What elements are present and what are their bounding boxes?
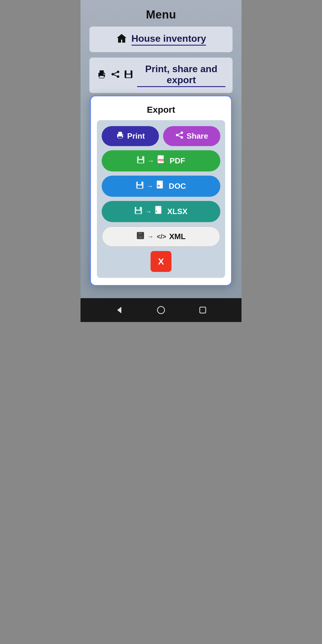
arrow-icon-xml: → [147,233,154,241]
svg-line-22 [177,135,182,137]
print-btn-label: Print [127,131,145,141]
svg-rect-14 [118,132,122,134]
svg-rect-38 [136,207,140,210]
export-modal-title: Export [147,105,175,115]
svg-text:X: X [156,210,157,213]
close-label: X [158,256,164,267]
print-share-row: Print Share [102,126,220,146]
share-btn-label: Share [187,131,208,141]
svg-rect-32 [137,185,142,188]
svg-text:W: W [157,184,160,187]
doc-save-icon [136,181,144,191]
svg-rect-24 [139,156,142,159]
arrow-icon-doc: → [147,182,153,190]
arrow-icon: → [148,157,154,165]
print-button[interactable]: Print [102,126,159,146]
pdf-file-icon: PDF [157,155,167,167]
export-modal-inner: Print Share [97,120,225,278]
svg-point-17 [122,135,123,136]
xml-code-icon: </> [157,233,166,241]
svg-text:PDF: PDF [158,159,164,162]
xlsx-button[interactable]: → X XLSX [102,201,220,222]
share-button[interactable]: Share [163,126,220,146]
svg-rect-39 [136,211,141,213]
pdf-btn-label: PDF [170,156,185,165]
xml-save-icon [137,232,144,242]
svg-line-21 [177,133,182,135]
xlsx-save-icon [134,207,142,216]
svg-rect-25 [138,160,143,163]
pdf-save-icon [137,156,145,166]
doc-btn-label: DOC [169,182,186,191]
svg-rect-45 [138,232,142,235]
xml-button[interactable]: → </> XML [102,226,220,247]
svg-rect-31 [138,182,141,184]
share-btn-icon [175,131,184,141]
pdf-button[interactable]: → PDF PDF [102,150,220,171]
svg-rect-15 [118,136,122,138]
export-modal: Export Pri [90,95,232,286]
xlsx-file-icon: X [155,206,164,217]
xml-btn-label: XML [169,232,185,241]
modal-backdrop: Export Pri [80,0,242,322]
doc-button[interactable]: → W DOC [102,176,220,197]
xlsx-btn-label: XLSX [167,207,188,216]
print-btn-icon [116,131,124,141]
arrow-icon-xlsx: → [145,208,152,216]
close-button[interactable]: X [151,251,171,272]
doc-file-icon: W [156,180,166,192]
svg-rect-46 [138,236,143,239]
